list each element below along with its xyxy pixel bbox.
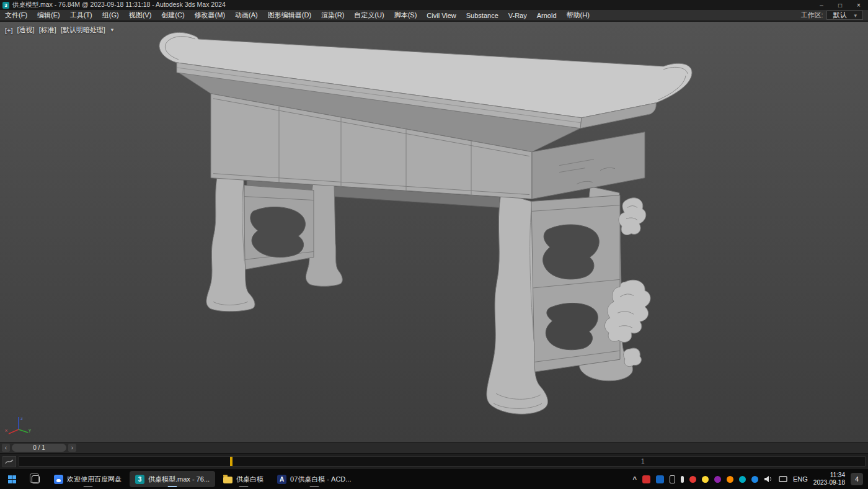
- next-frame-button[interactable]: ›: [68, 444, 76, 452]
- language-indicator[interactable]: ENG: [793, 475, 808, 483]
- cloud-app-icon[interactable]: [656, 475, 664, 483]
- viewport-label-bar: [+] [透视] [标准] [默认明暗处理] ▼: [5, 25, 115, 35]
- 3ds-max-logo-icon: 3: [2, 2, 9, 9]
- menu-group[interactable]: 组(G): [97, 11, 124, 20]
- system-tray: ^ ENG 11:34 2023-09-18 4: [628, 472, 868, 487]
- taskbar-app-folder[interactable]: 供桌白模: [218, 471, 269, 487]
- window-controls: – □ ×: [812, 0, 868, 10]
- 3ds-max-icon: 3: [135, 475, 144, 484]
- menu-help[interactable]: 帮助(H): [562, 11, 595, 20]
- viewport-filter-icon[interactable]: ▼: [110, 27, 115, 33]
- windows-logo-icon: [8, 475, 16, 483]
- task-view-button[interactable]: [24, 469, 47, 489]
- menu-rendering[interactable]: 渲染(R): [316, 11, 349, 20]
- menu-vray[interactable]: V-Ray: [503, 12, 532, 19]
- hidden-icons-chevron[interactable]: ^: [633, 475, 637, 483]
- window-title: 供桌模型.max - 76.84M @ 2023-09-18 11:31:18 …: [12, 1, 226, 9]
- menu-create[interactable]: 创建(C): [156, 11, 189, 20]
- taskbar-app-label: 供桌白模: [236, 475, 264, 484]
- start-button[interactable]: [0, 469, 24, 489]
- menubar: 文件(F) 编辑(E) 工具(T) 组(G) 视图(V) 创建(C) 修改器(M…: [0, 10, 868, 21]
- menu-substance[interactable]: Substance: [461, 12, 503, 19]
- tray-app-icon-4[interactable]: [727, 476, 733, 483]
- folder-icon: [223, 477, 232, 483]
- time-slider-row: ‹ 0 / 1 ›: [0, 442, 868, 453]
- taskbar-app-label: 供桌模型.max - 76...: [148, 475, 210, 484]
- tray-app-icon-6[interactable]: [751, 476, 758, 483]
- workspace-value: 默认: [833, 11, 846, 20]
- acdsee-icon: A: [277, 475, 286, 484]
- curve-icon: [5, 459, 14, 465]
- titlebar: 3 供桌模型.max - 76.84M @ 2023-09-18 11:31:1…: [0, 0, 868, 10]
- taskbar-app-3ds-max[interactable]: 3 供桌模型.max - 76...: [130, 471, 215, 487]
- tray-app-icon-5[interactable]: [739, 476, 746, 483]
- track-bar[interactable]: 1: [19, 456, 866, 467]
- maximize-button[interactable]: □: [831, 0, 849, 10]
- baidu-netdisk-icon: [54, 475, 63, 484]
- trackbar-end-frame-label: 1: [641, 458, 645, 465]
- taskbar-app-label: 07供桌白模 - ACD...: [290, 475, 351, 484]
- perspective-viewport[interactable]: [+] [透视] [标准] [默认明暗处理] ▼ z x y: [0, 21, 868, 442]
- tray-app-icon-1[interactable]: [689, 476, 696, 483]
- task-view-icon: [32, 475, 40, 483]
- mini-curve-editor-button[interactable]: [2, 456, 16, 467]
- workspace-selector[interactable]: 默认 ▾: [826, 11, 863, 20]
- tray-app-icon-2[interactable]: [702, 476, 709, 483]
- windows-taskbar: 欢迎使用百度网盘 3 供桌模型.max - 76... 供桌白模 A 07供桌白…: [0, 469, 868, 489]
- axis-z-label: z: [20, 416, 23, 421]
- viewport-pov-menu[interactable]: [透视]: [17, 25, 35, 35]
- menu-arnold[interactable]: Arnold: [532, 12, 562, 19]
- menu-scripting[interactable]: 脚本(S): [389, 11, 422, 20]
- phone-link-icon[interactable]: [670, 475, 675, 483]
- chevron-down-icon: ▾: [854, 12, 857, 19]
- workspace-area: 工作区: 默认 ▾: [800, 11, 868, 20]
- axis-x-label: x: [5, 428, 7, 433]
- menu-file[interactable]: 文件(F): [0, 11, 32, 20]
- timeline-key-marker[interactable]: [230, 457, 232, 466]
- menu-customize[interactable]: 自定义(U): [349, 11, 389, 20]
- menu-animation[interactable]: 动画(A): [230, 11, 263, 20]
- taskbar-app-label: 欢迎使用百度网盘: [67, 475, 122, 484]
- viewport-shading-menu[interactable]: [默认明暗处理]: [61, 25, 105, 35]
- world-axis-gizmo: z x y: [4, 411, 32, 437]
- notification-count-badge[interactable]: 4: [851, 473, 863, 485]
- microphone-icon[interactable]: [681, 476, 684, 483]
- taskbar-clock[interactable]: 11:34 2023-09-18: [813, 472, 845, 487]
- track-bar-row: 1: [0, 453, 868, 469]
- security-app-icon[interactable]: [642, 475, 650, 483]
- clock-date: 2023-09-18: [813, 479, 845, 487]
- clock-time: 11:34: [813, 472, 845, 479]
- axis-y-label: y: [29, 427, 31, 433]
- menu-civil-view[interactable]: Civil View: [422, 12, 461, 19]
- menu-tools[interactable]: 工具(T): [65, 11, 97, 20]
- time-slider-handle[interactable]: 0 / 1: [12, 444, 66, 452]
- workspace-label: 工作区:: [800, 11, 823, 20]
- 3ds-max-window: 3 供桌模型.max - 76.84M @ 2023-09-18 11:31:1…: [0, 0, 868, 489]
- previous-frame-button[interactable]: ‹: [2, 444, 10, 452]
- network-icon[interactable]: [779, 476, 787, 483]
- taskbar-app-baidu-netdisk[interactable]: 欢迎使用百度网盘: [48, 471, 127, 487]
- close-button[interactable]: ×: [849, 0, 868, 10]
- menu-modifiers[interactable]: 修改器(M): [190, 11, 231, 20]
- volume-icon[interactable]: [764, 475, 773, 483]
- viewport-preset-menu[interactable]: [标准]: [39, 25, 56, 35]
- current-frame-display: 0 / 1: [33, 444, 45, 451]
- minimize-button[interactable]: –: [812, 0, 831, 10]
- menu-views[interactable]: 视图(V): [124, 11, 157, 20]
- tray-app-icon-3[interactable]: [714, 476, 721, 483]
- menu-edit[interactable]: 编辑(E): [32, 11, 65, 20]
- viewport-general-menu[interactable]: [+]: [5, 27, 13, 34]
- altar-table-model[interactable]: [0, 22, 868, 442]
- menu-graph-editors[interactable]: 图形编辑器(D): [263, 11, 316, 20]
- taskbar-app-acdsee[interactable]: A 07供桌白模 - ACD...: [272, 471, 356, 487]
